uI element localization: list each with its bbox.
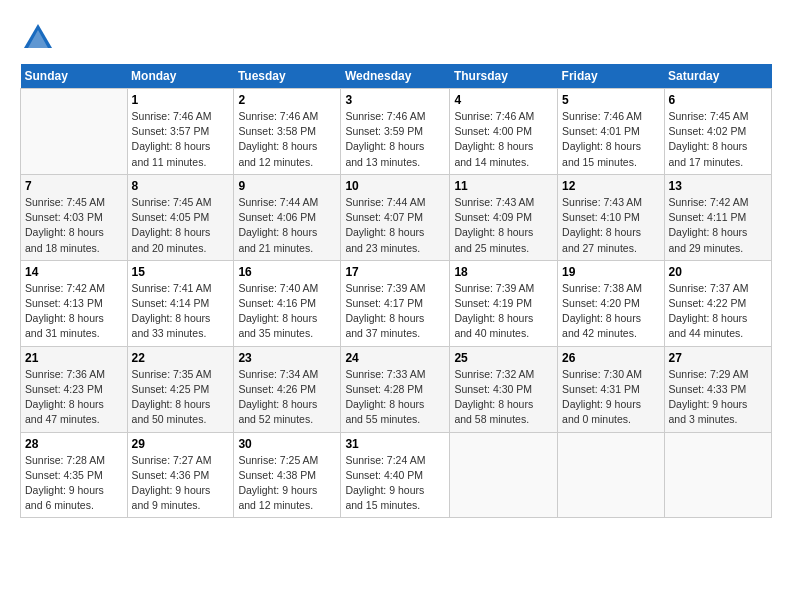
day-number: 10 (345, 179, 445, 193)
column-header-tuesday: Tuesday (234, 64, 341, 89)
header (20, 16, 772, 56)
day-number: 11 (454, 179, 553, 193)
day-number: 16 (238, 265, 336, 279)
day-number: 2 (238, 93, 336, 107)
day-number: 12 (562, 179, 659, 193)
day-number: 18 (454, 265, 553, 279)
calendar-cell: 21Sunrise: 7:36 AM Sunset: 4:23 PM Dayli… (21, 346, 128, 432)
day-number: 22 (132, 351, 230, 365)
day-info: Sunrise: 7:34 AM Sunset: 4:26 PM Dayligh… (238, 367, 336, 428)
column-header-wednesday: Wednesday (341, 64, 450, 89)
column-header-saturday: Saturday (664, 64, 771, 89)
day-info: Sunrise: 7:43 AM Sunset: 4:09 PM Dayligh… (454, 195, 553, 256)
day-number: 3 (345, 93, 445, 107)
calendar-cell: 25Sunrise: 7:32 AM Sunset: 4:30 PM Dayli… (450, 346, 558, 432)
calendar-cell: 23Sunrise: 7:34 AM Sunset: 4:26 PM Dayli… (234, 346, 341, 432)
day-number: 21 (25, 351, 123, 365)
day-info: Sunrise: 7:35 AM Sunset: 4:25 PM Dayligh… (132, 367, 230, 428)
day-info: Sunrise: 7:30 AM Sunset: 4:31 PM Dayligh… (562, 367, 659, 428)
calendar-cell: 17Sunrise: 7:39 AM Sunset: 4:17 PM Dayli… (341, 260, 450, 346)
day-info: Sunrise: 7:45 AM Sunset: 4:03 PM Dayligh… (25, 195, 123, 256)
page: SundayMondayTuesdayWednesdayThursdayFrid… (0, 0, 792, 612)
day-info: Sunrise: 7:42 AM Sunset: 4:13 PM Dayligh… (25, 281, 123, 342)
day-info: Sunrise: 7:42 AM Sunset: 4:11 PM Dayligh… (669, 195, 767, 256)
day-info: Sunrise: 7:43 AM Sunset: 4:10 PM Dayligh… (562, 195, 659, 256)
day-number: 23 (238, 351, 336, 365)
day-number: 17 (345, 265, 445, 279)
calendar-cell: 14Sunrise: 7:42 AM Sunset: 4:13 PM Dayli… (21, 260, 128, 346)
calendar-cell: 8Sunrise: 7:45 AM Sunset: 4:05 PM Daylig… (127, 174, 234, 260)
calendar-cell: 3Sunrise: 7:46 AM Sunset: 3:59 PM Daylig… (341, 89, 450, 175)
day-info: Sunrise: 7:38 AM Sunset: 4:20 PM Dayligh… (562, 281, 659, 342)
day-number: 4 (454, 93, 553, 107)
calendar-cell: 1Sunrise: 7:46 AM Sunset: 3:57 PM Daylig… (127, 89, 234, 175)
day-info: Sunrise: 7:46 AM Sunset: 3:57 PM Dayligh… (132, 109, 230, 170)
calendar-cell: 20Sunrise: 7:37 AM Sunset: 4:22 PM Dayli… (664, 260, 771, 346)
calendar-cell: 16Sunrise: 7:40 AM Sunset: 4:16 PM Dayli… (234, 260, 341, 346)
day-number: 29 (132, 437, 230, 451)
day-number: 28 (25, 437, 123, 451)
calendar-cell: 29Sunrise: 7:27 AM Sunset: 4:36 PM Dayli… (127, 432, 234, 518)
day-info: Sunrise: 7:39 AM Sunset: 4:17 PM Dayligh… (345, 281, 445, 342)
day-number: 30 (238, 437, 336, 451)
day-info: Sunrise: 7:46 AM Sunset: 3:58 PM Dayligh… (238, 109, 336, 170)
calendar-cell: 11Sunrise: 7:43 AM Sunset: 4:09 PM Dayli… (450, 174, 558, 260)
day-info: Sunrise: 7:36 AM Sunset: 4:23 PM Dayligh… (25, 367, 123, 428)
calendar-cell: 10Sunrise: 7:44 AM Sunset: 4:07 PM Dayli… (341, 174, 450, 260)
calendar-cell: 15Sunrise: 7:41 AM Sunset: 4:14 PM Dayli… (127, 260, 234, 346)
day-info: Sunrise: 7:45 AM Sunset: 4:05 PM Dayligh… (132, 195, 230, 256)
day-info: Sunrise: 7:27 AM Sunset: 4:36 PM Dayligh… (132, 453, 230, 514)
day-number: 13 (669, 179, 767, 193)
day-info: Sunrise: 7:32 AM Sunset: 4:30 PM Dayligh… (454, 367, 553, 428)
day-info: Sunrise: 7:33 AM Sunset: 4:28 PM Dayligh… (345, 367, 445, 428)
week-row-4: 21Sunrise: 7:36 AM Sunset: 4:23 PM Dayli… (21, 346, 772, 432)
day-number: 27 (669, 351, 767, 365)
calendar-cell: 22Sunrise: 7:35 AM Sunset: 4:25 PM Dayli… (127, 346, 234, 432)
calendar-cell (558, 432, 664, 518)
calendar-table: SundayMondayTuesdayWednesdayThursdayFrid… (20, 64, 772, 518)
logo-icon (20, 20, 56, 56)
logo (20, 20, 58, 56)
calendar-cell: 5Sunrise: 7:46 AM Sunset: 4:01 PM Daylig… (558, 89, 664, 175)
day-number: 26 (562, 351, 659, 365)
day-info: Sunrise: 7:28 AM Sunset: 4:35 PM Dayligh… (25, 453, 123, 514)
day-info: Sunrise: 7:40 AM Sunset: 4:16 PM Dayligh… (238, 281, 336, 342)
day-info: Sunrise: 7:25 AM Sunset: 4:38 PM Dayligh… (238, 453, 336, 514)
calendar-cell: 28Sunrise: 7:28 AM Sunset: 4:35 PM Dayli… (21, 432, 128, 518)
day-number: 24 (345, 351, 445, 365)
calendar-cell: 19Sunrise: 7:38 AM Sunset: 4:20 PM Dayli… (558, 260, 664, 346)
day-number: 14 (25, 265, 123, 279)
calendar-cell: 26Sunrise: 7:30 AM Sunset: 4:31 PM Dayli… (558, 346, 664, 432)
day-info: Sunrise: 7:37 AM Sunset: 4:22 PM Dayligh… (669, 281, 767, 342)
day-info: Sunrise: 7:24 AM Sunset: 4:40 PM Dayligh… (345, 453, 445, 514)
column-header-thursday: Thursday (450, 64, 558, 89)
calendar-cell: 13Sunrise: 7:42 AM Sunset: 4:11 PM Dayli… (664, 174, 771, 260)
calendar-cell (450, 432, 558, 518)
day-info: Sunrise: 7:45 AM Sunset: 4:02 PM Dayligh… (669, 109, 767, 170)
day-info: Sunrise: 7:44 AM Sunset: 4:06 PM Dayligh… (238, 195, 336, 256)
day-info: Sunrise: 7:46 AM Sunset: 3:59 PM Dayligh… (345, 109, 445, 170)
calendar-cell: 12Sunrise: 7:43 AM Sunset: 4:10 PM Dayli… (558, 174, 664, 260)
calendar-cell: 7Sunrise: 7:45 AM Sunset: 4:03 PM Daylig… (21, 174, 128, 260)
week-row-5: 28Sunrise: 7:28 AM Sunset: 4:35 PM Dayli… (21, 432, 772, 518)
calendar-cell: 24Sunrise: 7:33 AM Sunset: 4:28 PM Dayli… (341, 346, 450, 432)
day-info: Sunrise: 7:39 AM Sunset: 4:19 PM Dayligh… (454, 281, 553, 342)
day-number: 6 (669, 93, 767, 107)
week-row-1: 1Sunrise: 7:46 AM Sunset: 3:57 PM Daylig… (21, 89, 772, 175)
day-info: Sunrise: 7:29 AM Sunset: 4:33 PM Dayligh… (669, 367, 767, 428)
calendar-cell: 30Sunrise: 7:25 AM Sunset: 4:38 PM Dayli… (234, 432, 341, 518)
calendar-cell: 9Sunrise: 7:44 AM Sunset: 4:06 PM Daylig… (234, 174, 341, 260)
calendar-cell (21, 89, 128, 175)
calendar-cell (664, 432, 771, 518)
week-row-2: 7Sunrise: 7:45 AM Sunset: 4:03 PM Daylig… (21, 174, 772, 260)
week-row-3: 14Sunrise: 7:42 AM Sunset: 4:13 PM Dayli… (21, 260, 772, 346)
calendar-cell: 27Sunrise: 7:29 AM Sunset: 4:33 PM Dayli… (664, 346, 771, 432)
day-info: Sunrise: 7:41 AM Sunset: 4:14 PM Dayligh… (132, 281, 230, 342)
day-number: 5 (562, 93, 659, 107)
column-header-sunday: Sunday (21, 64, 128, 89)
day-number: 8 (132, 179, 230, 193)
day-number: 31 (345, 437, 445, 451)
calendar-cell: 2Sunrise: 7:46 AM Sunset: 3:58 PM Daylig… (234, 89, 341, 175)
day-info: Sunrise: 7:46 AM Sunset: 4:00 PM Dayligh… (454, 109, 553, 170)
day-number: 7 (25, 179, 123, 193)
